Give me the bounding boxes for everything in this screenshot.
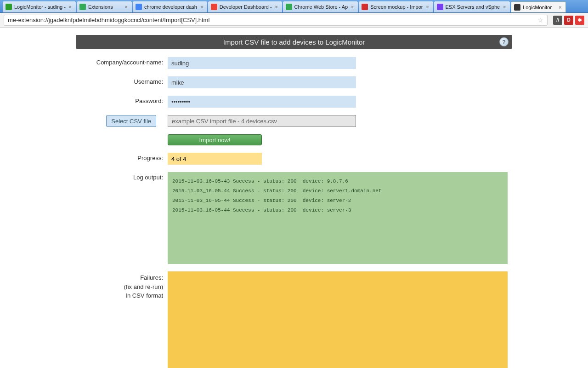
tab-title: Developer Dashboard - <box>220 4 272 10</box>
tab-favicon <box>79 4 86 10</box>
tab-close-icon[interactable]: × <box>350 4 355 10</box>
progress-value: 4 of 4 <box>168 153 262 165</box>
help-icon[interactable]: ? <box>499 37 509 46</box>
extension-icons: /\ D ✱ <box>551 16 584 25</box>
ext-icon-1[interactable]: /\ <box>553 16 562 25</box>
browser-tab[interactable]: Extensions× <box>77 1 132 12</box>
browser-tab[interactable]: LogicMonitor - suding -× <box>3 1 76 12</box>
tab-favicon <box>211 4 217 10</box>
tab-title: Chrome Web Store - Ap <box>294 4 348 10</box>
browser-tabstrip: LogicMonitor - suding -×Extensions×chrom… <box>0 0 588 13</box>
company-input[interactable] <box>168 57 356 69</box>
import-now-button[interactable]: Import now! <box>168 134 262 145</box>
browser-tab[interactable]: Screen mockup - Impor× <box>359 1 433 12</box>
browser-tab[interactable]: chrome developer dash× <box>133 1 207 12</box>
tab-favicon <box>6 4 12 10</box>
url-bar-row: me-extension://jgadelknfpdelmilebdhmidog… <box>0 13 588 28</box>
tab-close-icon[interactable]: × <box>68 4 73 10</box>
tab-favicon <box>286 4 292 10</box>
tab-close-icon[interactable]: × <box>425 4 430 10</box>
browser-tab[interactable]: Developer Dashboard -× <box>208 1 282 12</box>
tab-favicon <box>514 4 520 11</box>
browser-tab[interactable]: LogicMonitor× <box>511 1 566 12</box>
tab-title: LogicMonitor - suding - <box>14 4 66 10</box>
browser-tab[interactable]: ESX Servers and vSphe× <box>434 1 510 12</box>
log-output: 2015-11-03_16-05-43 Success - status: 20… <box>168 172 508 264</box>
url-bar[interactable]: me-extension://jgadelknfpdelmilebdhmidog… <box>4 15 548 26</box>
bookmark-star-icon[interactable]: ☆ <box>537 17 543 24</box>
company-label: Company/account-name: <box>76 57 168 66</box>
browser-tab[interactable]: Chrome Web Store - Ap× <box>283 1 358 12</box>
username-input[interactable] <box>168 76 356 88</box>
tab-title: Screen mockup - Impor <box>370 4 423 10</box>
tab-title: Extensions <box>88 4 122 10</box>
ext-icon-2[interactable]: D <box>564 16 573 25</box>
tab-favicon <box>136 4 142 10</box>
tab-close-icon[interactable]: × <box>557 5 563 10</box>
tab-close-icon[interactable]: × <box>502 4 507 10</box>
page-header: Import CSV file to add devices to LogicM… <box>76 35 512 49</box>
tab-title: chrome developer dash <box>144 4 197 10</box>
select-csv-button[interactable]: Select CSV file <box>106 115 156 127</box>
url-text: me-extension://jgadelknfpdelmilebdhmidog… <box>8 17 209 23</box>
password-label: Password: <box>76 96 168 104</box>
tab-close-icon[interactable]: × <box>274 4 279 10</box>
page-title: Import CSV file to add devices to LogicM… <box>223 38 365 46</box>
ext-icon-3[interactable]: ✱ <box>575 16 584 25</box>
tab-title: LogicMonitor <box>523 5 555 10</box>
username-label: Username: <box>76 76 168 85</box>
tab-close-icon[interactable]: × <box>199 4 204 10</box>
log-output-label: Log output: <box>76 172 168 181</box>
tab-title: ESX Servers and vSphe <box>446 4 500 10</box>
tab-close-icon[interactable]: × <box>124 4 129 10</box>
selected-filename: example CSV import file - 4 devices.csv <box>168 115 356 127</box>
progress-label: Progress: <box>76 153 168 161</box>
failures-label: Failures: (fix and re-run) In CSV format <box>76 271 168 300</box>
failures-output <box>168 271 508 368</box>
tab-favicon <box>437 4 443 10</box>
password-input[interactable] <box>168 96 356 108</box>
tab-favicon <box>362 4 368 10</box>
